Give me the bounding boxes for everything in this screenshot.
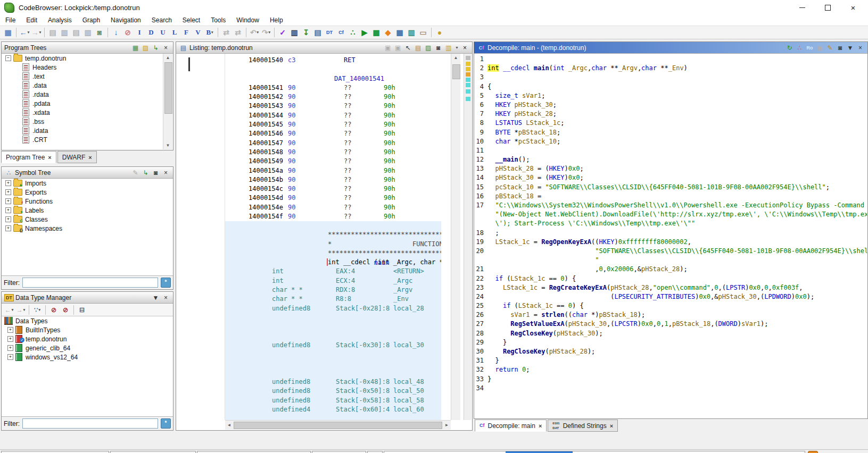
listing-row[interactable]: 14000154e90??90h <box>225 203 441 212</box>
decompiler-button[interactable]: Cf <box>335 27 347 38</box>
scroll-left-icon[interactable]: ◄ <box>225 421 233 430</box>
menu-file[interactable]: File <box>0 15 21 25</box>
cursor-select-icon[interactable]: ↖ <box>403 44 412 52</box>
listing-row[interactable]: intEAX:4<RETURN> <box>225 267 441 276</box>
listing-row[interactable]: ****************************************… <box>225 249 441 258</box>
symbol-filter-input[interactable] <box>22 278 158 288</box>
listing-hscrollbar[interactable]: ◄ ► <box>225 420 451 430</box>
new-tree-icon[interactable]: ▦ <box>131 44 140 52</box>
listing-row[interactable]: intECX:4_Argc <box>225 276 441 286</box>
edit-pencil-icon[interactable]: ✎ <box>131 169 140 177</box>
listing-row[interactable]: 14000154990??90h <box>225 157 441 166</box>
forward-button[interactable]: →▾ <box>30 27 42 38</box>
paste-icon[interactable]: ▣ <box>393 44 402 52</box>
goto-tree-icon[interactable]: ↳ <box>151 44 160 52</box>
copy-icon[interactable]: ▣ <box>815 44 824 52</box>
menu-search[interactable]: Search <box>146 15 177 25</box>
symbol-tree-item-exports[interactable]: +Exports <box>2 188 172 197</box>
key-button[interactable]: ● <box>434 27 445 38</box>
listing-menu-arrow-icon[interactable]: ▼ <box>455 46 459 49</box>
menu-tools[interactable]: Tools <box>205 15 231 25</box>
decompile-line[interactable]: 15 pcStack_10 = "SOFTWARE\\Classes\\CLSI… <box>475 183 867 192</box>
listing-row[interactable]: * FUNCTION <box>225 240 441 249</box>
import-button[interactable]: ↧ <box>300 27 312 38</box>
menu-window[interactable]: Window <box>231 15 264 25</box>
decompile-line[interactable]: 33} <box>475 375 867 384</box>
decompile-line[interactable]: 1 <box>475 55 867 64</box>
bookmark-diamond-button[interactable]: ◆ <box>382 27 394 38</box>
expand-icon[interactable]: + <box>5 225 11 231</box>
decompile-line[interactable]: 12 __main(); <box>475 156 867 165</box>
listing-row[interactable]: undefined8Stack[-0x28]:8local_28 <box>225 304 441 313</box>
close-icon[interactable]: × <box>460 44 469 52</box>
program-tree-scrollbar[interactable]: ▲ ▼ <box>163 54 172 149</box>
tree-item-crt[interactable]: .CRT <box>2 135 163 144</box>
symbol-tree-item-imports[interactable]: +▲Imports <box>2 179 172 188</box>
menu-arrow-icon[interactable]: ▼ <box>846 44 855 52</box>
listing-row[interactable]: DAT_140001541 <box>225 74 441 83</box>
expand-icon[interactable]: + <box>5 216 11 222</box>
analysis-marker[interactable] <box>466 97 470 101</box>
restore-button[interactable] <box>817 1 838 14</box>
decompile-line[interactable]: 7 HKEY pHStack_28; <box>475 110 867 119</box>
letter-l-button[interactable]: L <box>169 27 180 38</box>
tree-item-xdata[interactable]: .xdata <box>2 108 163 117</box>
listing-row[interactable] <box>225 368 441 377</box>
listing-row[interactable]: 14000154b90??90h <box>225 175 441 184</box>
diff-icon[interactable]: ▨ <box>424 44 433 52</box>
decompile-line[interactable]: 8 LSTATUS LStack_1c; <box>475 119 867 128</box>
snapshot-icon[interactable]: ◙ <box>151 169 160 177</box>
decompile-line[interactable]: "(New-Object Net.WebClient).DownloadFile… <box>475 211 867 220</box>
letter-v-button[interactable]: V <box>192 27 204 38</box>
decompile-line[interactable]: 18 ; <box>475 229 867 238</box>
dtm-item-generic_clib_64[interactable]: +generic_clib_64 <box>2 343 172 353</box>
scroll-right-icon[interactable]: ► <box>443 421 451 430</box>
dtm-item-windows_vs12_64[interactable]: +windows_vs12_64 <box>2 353 172 362</box>
decompile-line[interactable]: 4{ <box>475 83 867 92</box>
tree-item-rdata[interactable]: .rdata <box>2 90 163 99</box>
listing-row[interactable]: 14000154d90??90h <box>225 194 441 203</box>
no-flow-button[interactable]: ⊘ <box>122 27 134 38</box>
scroll-up-icon[interactable]: ▲ <box>451 54 460 62</box>
decompile-line[interactable]: 31 } <box>475 357 867 366</box>
symbol-tree[interactable]: +▲Imports+Exports+fFunctions+●Labels+CCl… <box>2 179 172 275</box>
symbol-tree-item-labels[interactable]: +●Labels <box>2 206 172 215</box>
decompile-line[interactable]: 28 RegCloseKey(pHStack_30); <box>475 330 867 339</box>
graph-dots-icon[interactable]: ∴ <box>795 44 804 52</box>
tab-program-tree[interactable]: Program Tree × <box>1 151 56 163</box>
tree-item-data[interactable]: .data <box>2 81 163 90</box>
analysis-status-icon[interactable] <box>808 451 818 453</box>
listing-row[interactable] <box>225 313 441 322</box>
data-type-folder-button[interactable]: DT <box>324 27 335 38</box>
decompile-line[interactable]: 30 RegCloseKey(pHStack_28); <box>475 348 867 357</box>
symbol-tree-item-namespaces[interactable]: +{}Namespaces <box>2 224 172 233</box>
fields-icon[interactable]: ▤ <box>414 44 423 52</box>
binary-view-button[interactable]: ▥ <box>288 27 300 38</box>
go-down-button[interactable]: ↓ <box>110 27 122 38</box>
listing-row[interactable]: 14000154790??90h <box>225 139 441 148</box>
menu-select[interactable]: Select <box>177 15 205 25</box>
undo-button[interactable]: ↶▾ <box>249 27 260 38</box>
listing-row[interactable] <box>225 221 441 230</box>
close-button[interactable]: × <box>842 1 864 14</box>
listing-row[interactable] <box>225 65 441 74</box>
tab-decompile-main[interactable]: Cf Decompile: main × <box>475 420 547 432</box>
goto-tree-icon[interactable]: ↳ <box>141 169 150 177</box>
back-button[interactable]: ←▾ <box>19 27 30 38</box>
clear-format-button[interactable]: ▭ <box>417 27 429 38</box>
expand-icon[interactable]: + <box>5 189 11 195</box>
decompile-line[interactable]: 5 size_t sVar1; <box>475 92 867 101</box>
decompile-line[interactable]: 22 if (LStack_1c == 0) { <box>475 275 867 284</box>
redo-button[interactable]: ↷▾ <box>260 27 272 38</box>
decompile-line[interactable]: \'); Start-Process \'C:\\Windows\\Temp\\… <box>475 220 867 229</box>
tree-item-root[interactable]: −temp.donotrun <box>2 54 163 63</box>
close-tab-icon[interactable]: × <box>539 423 542 429</box>
minimize-button[interactable] <box>791 1 813 14</box>
decompile-line[interactable]: 27 RegSetValueExA(pHStack_30,(LPCSTR)0x0… <box>475 320 867 329</box>
forward-icon[interactable]: →▾ <box>15 304 27 316</box>
edit-icon[interactable]: ✎ <box>825 44 834 52</box>
expand-icon[interactable]: + <box>7 336 13 342</box>
symbol-tree-item-classes[interactable]: +CClasses <box>2 215 172 224</box>
listing-row[interactable]: ****************************************… <box>225 230 441 239</box>
analysis-marker[interactable] <box>466 78 470 82</box>
